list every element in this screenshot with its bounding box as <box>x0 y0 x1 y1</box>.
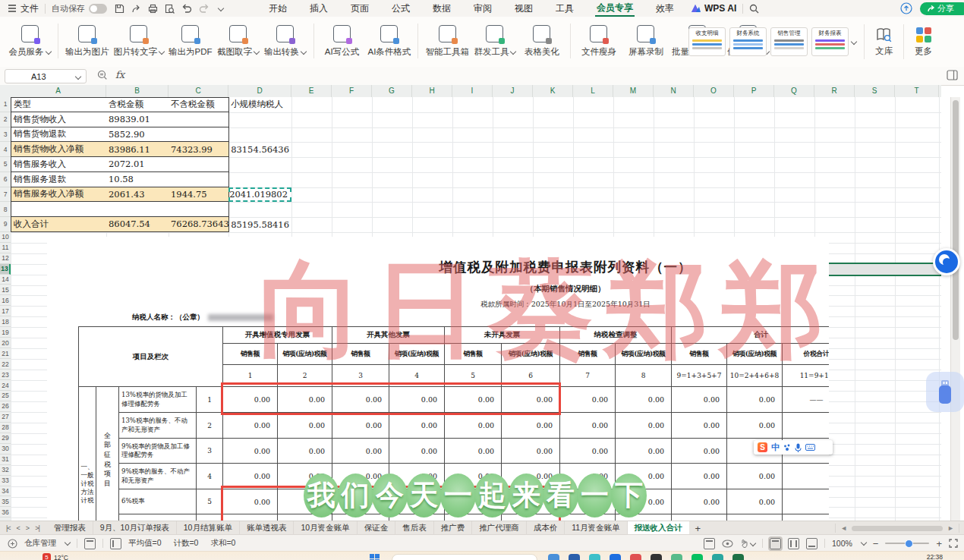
cell-B9[interactable]: 86047.54 <box>106 217 169 232</box>
cell-C9[interactable]: 76268.73643 <box>169 217 229 232</box>
scroll-right-icon[interactable]: ► <box>947 524 954 532</box>
cell-B6[interactable]: 10.58 <box>106 172 169 187</box>
chevron-down-icon[interactable] <box>65 539 71 545</box>
row-header-32[interactable]: 32 <box>0 465 11 476</box>
upload-cloud-icon[interactable] <box>900 2 912 14</box>
row-header-35[interactable]: 35 <box>0 497 11 508</box>
column-header-R[interactable]: R <box>814 85 855 97</box>
column-header-O[interactable]: O <box>694 85 734 97</box>
cell-D9[interactable]: 85195.58416 <box>228 217 291 232</box>
menu-item-5[interactable]: 审阅 <box>472 1 493 17</box>
taskbar-app-icon-8[interactable] <box>712 554 723 560</box>
column-header-B[interactable]: B <box>106 85 169 97</box>
magnifier-icon[interactable] <box>97 70 108 80</box>
autosave-control[interactable]: 自动保存 <box>52 3 107 14</box>
cell-D7[interactable]: 2041.019802 <box>228 187 291 203</box>
column-header-G[interactable]: G <box>372 85 412 97</box>
horizontal-scrollbar-thumb[interactable] <box>852 526 943 531</box>
sheet-tab-5[interactable]: 保证金 <box>358 521 396 535</box>
prev-sheet-icon[interactable]: < <box>17 524 20 532</box>
row-header-15[interactable]: 15 <box>0 285 11 296</box>
vertical-scrollbar[interactable] <box>950 97 960 521</box>
row-header-27[interactable]: 27 <box>0 412 11 423</box>
row-header-34[interactable]: 34 <box>0 486 11 497</box>
last-sheet-icon[interactable]: >| <box>35 524 39 532</box>
ribbon-button-file-slim[interactable]: 文件瘦身 <box>578 20 620 61</box>
vertical-scrollbar-thumb[interactable] <box>953 100 959 340</box>
eye-protect-icon[interactable] <box>722 540 733 548</box>
ribbon-button-smart-toolbox[interactable]: 智能工具箱 <box>425 20 469 61</box>
template-card-3[interactable]: 财务报表 <box>811 27 849 56</box>
page-break-view-icon[interactable] <box>806 538 818 549</box>
cell-B3[interactable]: 5852.90 <box>106 127 169 143</box>
cell-B8[interactable] <box>106 202 169 217</box>
menu-item-3[interactable]: 公式 <box>390 1 411 17</box>
sheet-tab-3[interactable]: 账单透视表 <box>240 521 295 535</box>
name-box[interactable]: A13 <box>5 69 87 83</box>
autosave-toggle[interactable] <box>89 4 107 14</box>
normal-view-icon[interactable] <box>770 538 781 549</box>
add-sheet-button[interactable]: + <box>695 523 701 534</box>
row-header-4[interactable]: 4 <box>0 142 11 157</box>
taskbar-app-icon-7[interactable] <box>691 554 703 560</box>
fullscreen-icon[interactable] <box>949 539 958 548</box>
cell-C3[interactable] <box>169 127 229 143</box>
column-header-F[interactable]: F <box>332 85 372 97</box>
row-header-31[interactable]: 31 <box>0 455 11 465</box>
taskbar-app-icon-0[interactable] <box>548 554 559 560</box>
cell-C7[interactable]: 1944.75 <box>169 187 229 203</box>
file-menu[interactable]: 文件 <box>8 2 39 15</box>
column-header-H[interactable]: H <box>412 85 452 97</box>
row-header-21[interactable]: 21 <box>0 348 11 359</box>
ribbon-button-mass-send-tool[interactable]: 群发工具 <box>474 20 516 61</box>
menu-item-6[interactable]: 视图 <box>513 1 534 17</box>
cell-B5[interactable]: 2072.01 <box>106 157 169 172</box>
column-header-D[interactable]: D <box>228 85 291 97</box>
column-header-K[interactable]: K <box>533 85 573 97</box>
menu-item-4[interactable]: 数据 <box>431 1 452 17</box>
next-sheet-icon[interactable]: > <box>26 524 29 532</box>
sheet-tab-6[interactable]: 售后表 <box>395 521 434 535</box>
ribbon-button-screen-record[interactable]: 屏幕录制 <box>625 20 667 61</box>
cell-A4[interactable]: 销售货物收入净额 <box>11 142 107 157</box>
taskbar-search-box[interactable] <box>392 554 537 560</box>
ribbon-button-table-beautify[interactable]: 表格美化 <box>521 20 563 61</box>
fx-label[interactable]: fx <box>115 69 124 80</box>
column-header-T[interactable]: T <box>895 85 939 97</box>
row-header-28[interactable]: 28 <box>0 423 11 433</box>
taskbar-app-icon-2[interactable] <box>589 554 600 560</box>
row-header-3[interactable]: 3 <box>0 127 11 143</box>
row-header-13[interactable]: 13 <box>0 264 11 275</box>
ribbon-button-ai-conditional-format[interactable]: AI条件格式 <box>368 20 411 61</box>
zoom-slider-knob[interactable] <box>905 540 913 548</box>
wps-ai-button[interactable]: WPS AI <box>691 3 736 14</box>
print-icon[interactable] <box>148 4 158 14</box>
sheet-tab-9[interactable]: 成本价 <box>527 521 565 535</box>
ribbon-button-export-image[interactable]: 输出为图片 <box>65 20 109 61</box>
cell-A9[interactable]: 收入合计 <box>11 217 107 232</box>
row-header-33[interactable]: 33 <box>0 476 11 486</box>
sheet-tab-7[interactable]: 推广费 <box>434 521 473 535</box>
cell-C5[interactable] <box>169 157 229 172</box>
undo-icon[interactable] <box>181 4 192 13</box>
column-header-E[interactable]: E <box>291 85 332 97</box>
first-sheet-icon[interactable]: |< <box>6 524 11 532</box>
cards-expand-icon[interactable] <box>851 39 857 45</box>
cell-A3[interactable]: 销售货物退款 <box>11 127 107 143</box>
sogou-ime-icon[interactable]: S <box>758 442 767 452</box>
cell-C6[interactable] <box>169 172 229 187</box>
windows-start-icon[interactable] <box>370 554 380 560</box>
taskbar-app-icon-5[interactable] <box>651 554 662 560</box>
microphone-icon[interactable] <box>795 443 802 452</box>
sheet-tab-1[interactable]: 9月、10月订单报表 <box>93 521 177 535</box>
outline-icon[interactable] <box>110 538 121 549</box>
ime-paw-icon[interactable] <box>783 444 791 451</box>
redo-icon[interactable] <box>199 4 209 13</box>
sheet-tab-0[interactable]: 管理报表 <box>47 521 93 535</box>
cell-B1[interactable]: 含税金额 <box>106 97 169 112</box>
cell-A8[interactable] <box>11 202 107 217</box>
cell-B2[interactable]: 89839.01 <box>106 112 169 127</box>
floating-usb-widget[interactable] <box>926 372 964 412</box>
row-header-1[interactable]: 1 <box>0 97 11 112</box>
weather-widget[interactable]: 5 12°C <box>43 553 68 560</box>
